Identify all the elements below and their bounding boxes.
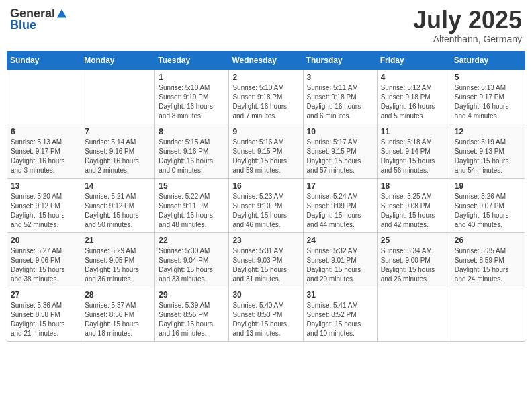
- calendar-cell: 8Sunrise: 5:15 AMSunset: 9:16 PMDaylight…: [155, 124, 229, 178]
- day-number: 16: [232, 181, 299, 191]
- location-subtitle: Altenthann, Germany: [413, 34, 522, 44]
- day-number: 12: [455, 127, 521, 136]
- calendar-cell: 10Sunrise: 5:17 AMSunset: 9:15 PMDayligh…: [303, 124, 377, 178]
- day-info: Sunrise: 5:37 AMSunset: 8:56 PMDaylight:…: [85, 301, 151, 338]
- page-header: General Blue July 2025 Altenthann, Germa…: [7, 7, 525, 44]
- weekday-header-sunday: Sunday: [7, 51, 81, 69]
- day-number: 31: [307, 290, 373, 300]
- calendar-cell: 7Sunrise: 5:14 AMSunset: 9:16 PMDaylight…: [81, 124, 155, 178]
- calendar-cell: 14Sunrise: 5:21 AMSunset: 9:12 PMDayligh…: [81, 178, 155, 232]
- day-info: Sunrise: 5:16 AMSunset: 9:15 PMDaylight:…: [232, 138, 299, 175]
- day-info: Sunrise: 5:34 AMSunset: 9:00 PMDaylight:…: [381, 246, 447, 284]
- day-number: 24: [307, 236, 373, 245]
- calendar-cell: 23Sunrise: 5:31 AMSunset: 9:03 PMDayligh…: [229, 232, 303, 287]
- calendar-cell: 19Sunrise: 5:26 AMSunset: 9:07 PMDayligh…: [451, 178, 525, 232]
- calendar-cell: [81, 69, 155, 124]
- day-number: 18: [381, 181, 447, 191]
- calendar-cell: [451, 287, 525, 341]
- weekday-header-friday: Friday: [377, 51, 451, 69]
- day-info: Sunrise: 5:25 AMSunset: 9:08 PMDaylight:…: [381, 192, 447, 230]
- day-info: Sunrise: 5:22 AMSunset: 9:11 PMDaylight:…: [159, 192, 225, 230]
- day-info: Sunrise: 5:17 AMSunset: 9:15 PMDaylight:…: [307, 138, 373, 175]
- day-info: Sunrise: 5:35 AMSunset: 8:59 PMDaylight:…: [455, 246, 521, 284]
- day-info: Sunrise: 5:10 AMSunset: 9:19 PMDaylight:…: [159, 83, 225, 121]
- calendar-cell: 5Sunrise: 5:13 AMSunset: 9:17 PMDaylight…: [451, 69, 525, 124]
- calendar-cell: 13Sunrise: 5:20 AMSunset: 9:12 PMDayligh…: [7, 178, 81, 232]
- day-info: Sunrise: 5:36 AMSunset: 8:58 PMDaylight:…: [11, 301, 77, 338]
- day-info: Sunrise: 5:12 AMSunset: 9:18 PMDaylight:…: [381, 83, 447, 121]
- calendar-cell: 1Sunrise: 5:10 AMSunset: 9:19 PMDaylight…: [155, 69, 229, 124]
- day-info: Sunrise: 5:39 AMSunset: 8:55 PMDaylight:…: [159, 301, 225, 338]
- day-info: Sunrise: 5:13 AMSunset: 9:17 PMDaylight:…: [455, 83, 521, 121]
- day-number: 5: [455, 73, 521, 82]
- day-info: Sunrise: 5:19 AMSunset: 9:13 PMDaylight:…: [455, 138, 521, 175]
- weekday-header-tuesday: Tuesday: [155, 51, 229, 69]
- day-number: 25: [381, 236, 447, 245]
- calendar-header-row: SundayMondayTuesdayWednesdayThursdayFrid…: [7, 51, 525, 69]
- calendar-cell: 2Sunrise: 5:10 AMSunset: 9:18 PMDaylight…: [229, 69, 303, 124]
- day-number: 9: [232, 127, 299, 136]
- day-info: Sunrise: 5:26 AMSunset: 9:07 PMDaylight:…: [455, 192, 521, 230]
- calendar-cell: 11Sunrise: 5:18 AMSunset: 9:14 PMDayligh…: [377, 124, 451, 178]
- calendar-table: SundayMondayTuesdayWednesdayThursdayFrid…: [7, 51, 525, 342]
- day-info: Sunrise: 5:21 AMSunset: 9:12 PMDaylight:…: [85, 192, 151, 230]
- calendar-cell: 24Sunrise: 5:32 AMSunset: 9:01 PMDayligh…: [303, 232, 377, 287]
- day-info: Sunrise: 5:24 AMSunset: 9:09 PMDaylight:…: [307, 192, 373, 230]
- calendar-cell: 31Sunrise: 5:41 AMSunset: 8:52 PMDayligh…: [303, 287, 377, 341]
- day-number: 27: [11, 290, 77, 300]
- day-info: Sunrise: 5:18 AMSunset: 9:14 PMDaylight:…: [381, 138, 447, 175]
- calendar-cell: [7, 69, 81, 124]
- day-info: Sunrise: 5:41 AMSunset: 8:52 PMDaylight:…: [307, 301, 373, 338]
- weekday-header-thursday: Thursday: [303, 51, 377, 69]
- day-number: 23: [232, 236, 299, 245]
- weekday-header-monday: Monday: [81, 51, 155, 69]
- calendar-cell: 9Sunrise: 5:16 AMSunset: 9:15 PMDaylight…: [229, 124, 303, 178]
- day-number: 13: [11, 181, 77, 191]
- calendar-week-2: 6Sunrise: 5:13 AMSunset: 9:17 PMDaylight…: [7, 124, 525, 178]
- day-info: Sunrise: 5:13 AMSunset: 9:17 PMDaylight:…: [11, 138, 77, 175]
- month-title: July 2025: [413, 7, 522, 34]
- day-info: Sunrise: 5:31 AMSunset: 9:03 PMDaylight:…: [232, 246, 299, 284]
- weekday-header-wednesday: Wednesday: [229, 51, 303, 69]
- calendar-week-1: 1Sunrise: 5:10 AMSunset: 9:19 PMDaylight…: [7, 69, 525, 124]
- day-number: 8: [159, 127, 225, 136]
- day-number: 29: [159, 290, 225, 300]
- day-number: 10: [307, 127, 373, 136]
- day-number: 17: [307, 181, 373, 191]
- calendar-cell: 22Sunrise: 5:30 AMSunset: 9:04 PMDayligh…: [155, 232, 229, 287]
- day-number: 19: [455, 181, 521, 191]
- day-number: 28: [85, 290, 151, 300]
- day-number: 1: [159, 73, 225, 82]
- day-number: 30: [232, 290, 299, 300]
- logo: General Blue: [10, 7, 68, 32]
- day-info: Sunrise: 5:15 AMSunset: 9:16 PMDaylight:…: [159, 138, 225, 175]
- calendar-cell: 27Sunrise: 5:36 AMSunset: 8:58 PMDayligh…: [7, 287, 81, 341]
- day-info: Sunrise: 5:32 AMSunset: 9:01 PMDaylight:…: [307, 246, 373, 284]
- day-info: Sunrise: 5:14 AMSunset: 9:16 PMDaylight:…: [85, 138, 151, 175]
- calendar-cell: 20Sunrise: 5:27 AMSunset: 9:06 PMDayligh…: [7, 232, 81, 287]
- day-info: Sunrise: 5:10 AMSunset: 9:18 PMDaylight:…: [232, 83, 299, 121]
- calendar-cell: 3Sunrise: 5:11 AMSunset: 9:18 PMDaylight…: [303, 69, 377, 124]
- day-info: Sunrise: 5:29 AMSunset: 9:05 PMDaylight:…: [85, 246, 151, 284]
- day-number: 6: [11, 127, 77, 136]
- day-number: 2: [232, 73, 299, 82]
- day-number: 15: [159, 181, 225, 191]
- calendar-week-5: 27Sunrise: 5:36 AMSunset: 8:58 PMDayligh…: [7, 287, 525, 341]
- day-number: 20: [11, 236, 77, 245]
- calendar-cell: 29Sunrise: 5:39 AMSunset: 8:55 PMDayligh…: [155, 287, 229, 341]
- day-number: 4: [381, 73, 447, 82]
- day-number: 22: [159, 236, 225, 245]
- calendar-cell: 21Sunrise: 5:29 AMSunset: 9:05 PMDayligh…: [81, 232, 155, 287]
- day-number: 3: [307, 73, 373, 82]
- day-number: 21: [85, 236, 151, 245]
- logo-blue: Blue: [10, 18, 36, 32]
- calendar-cell: 26Sunrise: 5:35 AMSunset: 8:59 PMDayligh…: [451, 232, 525, 287]
- title-block: July 2025 Altenthann, Germany: [413, 7, 522, 44]
- calendar-cell: 25Sunrise: 5:34 AMSunset: 9:00 PMDayligh…: [377, 232, 451, 287]
- calendar-cell: 12Sunrise: 5:19 AMSunset: 9:13 PMDayligh…: [451, 124, 525, 178]
- calendar-cell: 6Sunrise: 5:13 AMSunset: 9:17 PMDaylight…: [7, 124, 81, 178]
- day-info: Sunrise: 5:11 AMSunset: 9:18 PMDaylight:…: [307, 83, 373, 121]
- day-info: Sunrise: 5:40 AMSunset: 8:53 PMDaylight:…: [232, 301, 299, 338]
- calendar-cell: 4Sunrise: 5:12 AMSunset: 9:18 PMDaylight…: [377, 69, 451, 124]
- day-number: 14: [85, 181, 151, 191]
